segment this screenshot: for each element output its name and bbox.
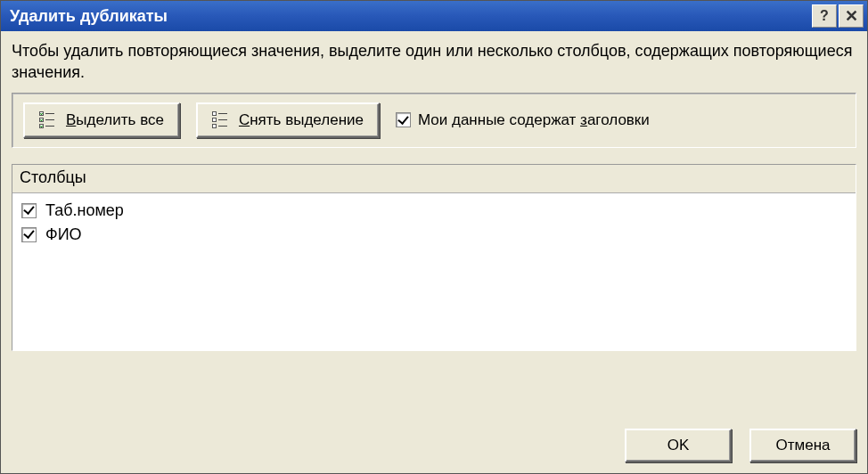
deselect-all-button[interactable]: Снять выделение	[196, 102, 380, 138]
column-label: ФИО	[45, 225, 82, 244]
cancel-button[interactable]: Отмена	[749, 429, 856, 462]
close-button[interactable]: ✕	[839, 4, 864, 28]
footer-buttons: OK Отмена	[12, 414, 856, 462]
column-item[interactable]: ФИО	[16, 223, 852, 247]
column-label: Таб.номер	[45, 201, 124, 220]
cancel-label: Отмена	[776, 437, 831, 454]
titlebar-buttons: ? ✕	[812, 4, 864, 28]
select-all-label: Выделить все	[66, 111, 164, 129]
help-button[interactable]: ?	[812, 4, 837, 28]
column-checkbox[interactable]	[21, 227, 37, 242]
ok-label: OK	[667, 437, 690, 454]
ok-button[interactable]: OK	[625, 429, 732, 462]
headers-label: Мои данные содержат заголовки	[418, 111, 650, 129]
deselect-all-icon	[212, 109, 230, 132]
column-checkbox[interactable]	[21, 203, 37, 218]
columns-header: Столбцы	[12, 165, 856, 193]
titlebar: Удалить дубликаты ? ✕	[1, 1, 867, 31]
select-all-icon	[39, 109, 57, 132]
deselect-all-label: Снять выделение	[239, 111, 364, 129]
select-all-button[interactable]: Выделить все	[23, 102, 180, 138]
headers-checkbox[interactable]	[396, 112, 411, 127]
headers-checkbox-wrap[interactable]: Мои данные содержат заголовки	[396, 111, 650, 129]
dialog-window: Удалить дубликаты ? ✕ Чтобы удалить повт…	[0, 0, 868, 474]
dialog-content: Чтобы удалить повторяющиеся значения, вы…	[1, 31, 867, 473]
toolbar-panel: Выделить все Снять выделение Мои данные …	[12, 93, 856, 148]
window-title: Удалить дубликаты	[10, 7, 812, 26]
close-icon: ✕	[845, 6, 858, 26]
instruction-text: Чтобы удалить повторяющиеся значения, вы…	[12, 40, 856, 84]
question-icon: ?	[820, 8, 829, 24]
columns-panel: Столбцы Таб.номер ФИО	[12, 164, 856, 351]
column-item[interactable]: Таб.номер	[16, 199, 852, 223]
columns-list: Таб.номер ФИО	[12, 193, 856, 350]
